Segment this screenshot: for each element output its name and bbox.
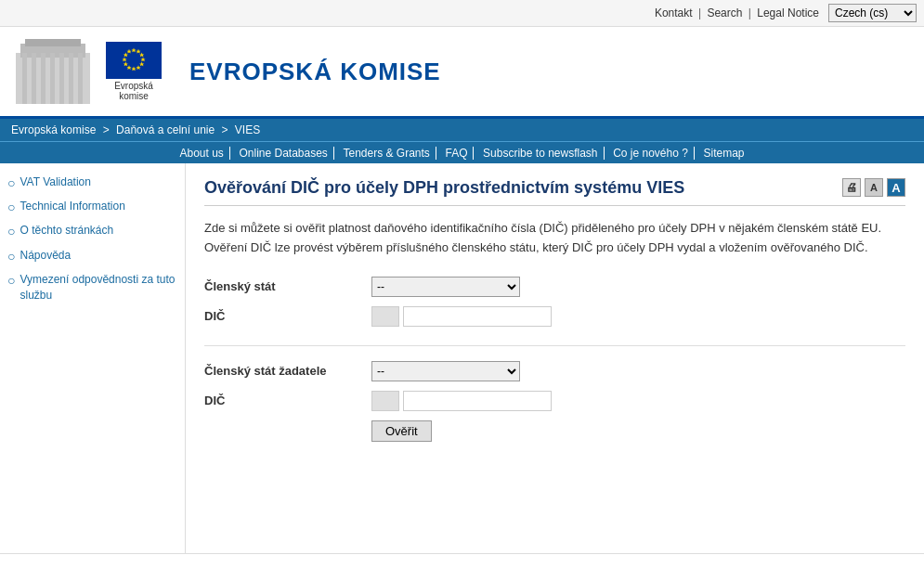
form-section-2: Členský stát žadatele -- AT - Rakousko B… [204, 361, 905, 442]
sidebar-menu: ○ VAT Validation ○ Technical Information… [7, 174, 177, 303]
sidebar-link-help[interactable]: Nápověda [20, 248, 71, 264]
svg-rect-7 [59, 53, 64, 104]
svg-rect-9 [78, 53, 83, 104]
nav-tenders-grants[interactable]: Tenders & Grants [337, 147, 436, 160]
kontakt-link[interactable]: Kontakt [655, 6, 693, 19]
member-state-select[interactable]: -- AT - Rakousko BE - Belgie BG - Bulhar… [371, 277, 520, 297]
dic-label-1: DIČ [204, 309, 371, 323]
submit-row: Ověřit [204, 420, 905, 442]
member-state-label: Členský stát [204, 279, 371, 293]
dic-value-input-1[interactable] [403, 306, 552, 327]
icon-row: 🖨 A A [842, 178, 905, 197]
eu-flag-icon [106, 42, 162, 79]
font-small-icon[interactable]: A [865, 178, 883, 197]
svg-rect-6 [50, 53, 55, 104]
verify-button[interactable]: Ověřit [371, 420, 432, 442]
bullet-icon: ○ [7, 248, 15, 265]
font-large-icon[interactable]: A [887, 178, 905, 197]
header: Evropská komise EVROPSKÁ KOMISE [0, 27, 924, 119]
requester-state-control: -- AT - Rakousko BE - Belgie CZ - Česká … [371, 361, 520, 381]
main-layout: ○ VAT Validation ○ Technical Information… [0, 163, 924, 553]
member-state-row: Členský stát -- AT - Rakousko BE - Belgi… [204, 277, 905, 297]
bullet-icon: ○ [7, 174, 15, 191]
nav-faq[interactable]: FAQ [439, 147, 474, 160]
nav-online-databases[interactable]: Online Databases [233, 147, 333, 160]
bullet-icon: ○ [7, 223, 15, 239]
commission-building-icon [11, 34, 95, 109]
dic-row-1: DIČ [204, 306, 905, 327]
svg-rect-4 [32, 53, 36, 104]
sidebar-item-help: ○ Nápověda [7, 248, 177, 265]
dic-row-2: DIČ [204, 391, 905, 411]
breadcrumb-current: VIES [235, 123, 260, 136]
language-select[interactable]: Czech (cs) English (en) Deutsch (de) Fra… [828, 4, 917, 22]
member-state-control: -- AT - Rakousko BE - Belgie BG - Bulhar… [371, 277, 520, 297]
sidebar-item-tech: ○ Technical Information [7, 199, 177, 215]
search-link[interactable]: Search [707, 6, 742, 19]
breadcrumb-tax[interactable]: Daňová a celní unie [116, 123, 215, 136]
sidebar-link-about[interactable]: O těchto stránkách [20, 223, 113, 239]
nav-sitemap[interactable]: Sitemap [698, 147, 750, 160]
svg-rect-3 [22, 53, 27, 104]
form-divider [204, 345, 905, 346]
sidebar-link-disclaimer[interactable]: Vymezení odpovědnosti za tuto službu [20, 272, 177, 303]
dic-control-1 [371, 306, 552, 327]
requester-state-label: Členský stát žadatele [204, 364, 371, 378]
logo-label: Evropská komise [114, 81, 153, 101]
dic-value-input-2[interactable] [403, 391, 552, 411]
nav-about-us[interactable]: About us [174, 147, 229, 160]
requester-state-select[interactable]: -- AT - Rakousko BE - Belgie CZ - Česká … [371, 361, 520, 381]
breadcrumb: Evropská komise > Daňová a celní unie > … [0, 119, 924, 141]
legal-notice-link[interactable]: Legal Notice [757, 6, 819, 19]
sidebar-item-disclaimer: ○ Vymezení odpovědnosti za tuto službu [7, 272, 177, 303]
sidebar: ○ VAT Validation ○ Technical Information… [0, 163, 186, 553]
dic-label-2: DIČ [204, 394, 371, 407]
svg-rect-8 [69, 53, 73, 104]
bullet-icon: ○ [7, 272, 15, 289]
description-text: Zde si můžete si ověřit platnost daňovéh… [204, 219, 905, 258]
nav-whats-new[interactable]: Co je nového ? [607, 147, 695, 160]
print-icon[interactable]: 🖨 [842, 178, 861, 197]
dic-prefix-input-1[interactable] [371, 306, 399, 327]
sidebar-item-vat: ○ VAT Validation [7, 174, 177, 191]
nav-subscribe[interactable]: Subscribe to newsflash [477, 147, 604, 160]
sidebar-link-vat[interactable]: VAT Validation [20, 174, 91, 190]
eu-logo-box: Evropská komise [106, 42, 162, 101]
breadcrumb-home[interactable]: Evropská komise [11, 123, 96, 136]
svg-rect-2 [25, 39, 81, 46]
sidebar-link-tech[interactable]: Technical Information [20, 199, 124, 214]
svg-rect-5 [41, 53, 46, 104]
dic-control-2 [371, 391, 552, 411]
requester-state-row: Členský stát žadatele -- AT - Rakousko B… [204, 361, 905, 381]
svg-rect-10 [106, 42, 162, 79]
top-bar: Kontakt | Search | Legal Notice Czech (c… [0, 0, 924, 27]
footer: Vies On-The-Web v4.1.1 | Top [0, 553, 924, 568]
sidebar-item-about: ○ O těchto stránkách [7, 223, 177, 239]
site-title: EVROPSKÁ KOMISE [189, 58, 441, 86]
dic-prefix-input-2[interactable] [371, 391, 399, 411]
content-area: 🖨 A A Ověřování DIČ pro účely DPH prostř… [186, 163, 924, 553]
nav-bar: About us Online Databases Tenders & Gran… [0, 141, 924, 163]
form-section-1: Členský stát -- AT - Rakousko BE - Belgi… [204, 277, 905, 327]
bullet-icon: ○ [7, 199, 15, 215]
page-title: Ověřování DIČ pro účely DPH prostřednict… [204, 178, 905, 206]
